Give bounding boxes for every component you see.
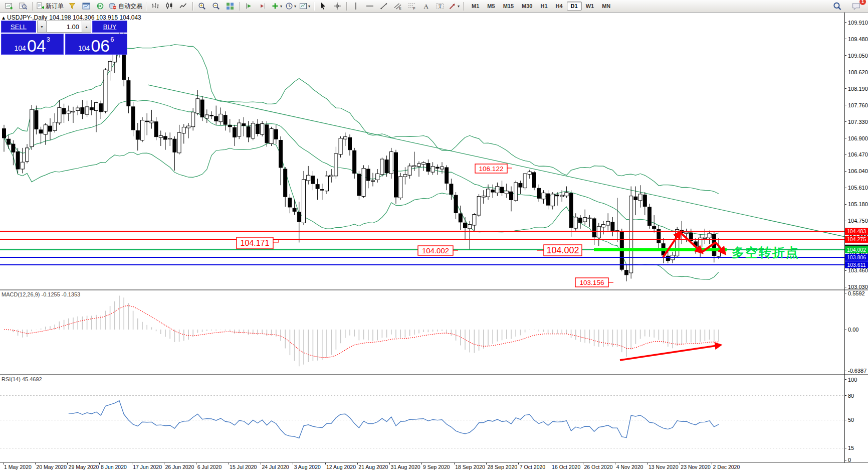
svg-text:24 Jul 2020: 24 Jul 2020 bbox=[262, 464, 289, 470]
symbol-ohlc: 104.198 104.306 103.915 104.043 bbox=[49, 14, 141, 21]
date-axis[interactable]: 1 May 202020 May 202029 May 20208 Jun 20… bbox=[3, 462, 740, 470]
svg-text:108.190: 108.190 bbox=[848, 86, 868, 92]
toolbar-separator bbox=[146, 2, 146, 11]
price-callout-103.156[interactable]: 103.156 bbox=[575, 278, 613, 287]
sell-button[interactable]: SELL bbox=[1, 21, 36, 33]
svg-text:103.460: 103.460 bbox=[848, 267, 868, 273]
oneclick-expand-arrow[interactable]: ▴ bbox=[2, 14, 5, 21]
crosshair-icon[interactable] bbox=[330, 1, 344, 12]
signals-icon[interactable] bbox=[93, 1, 107, 12]
funnel-icon[interactable] bbox=[65, 1, 79, 12]
chart-shift-icon[interactable] bbox=[256, 1, 270, 12]
chevron-down-icon: ▾ bbox=[294, 4, 296, 9]
svg-text:105.610: 105.610 bbox=[848, 185, 868, 191]
svg-text:103.030: 103.030 bbox=[848, 284, 868, 290]
chart-window[interactable]: 104.171106.122104.002104.002103.156多空转折点… bbox=[0, 13, 868, 471]
chevron-down-icon: ▾ bbox=[308, 4, 310, 9]
new-chart-icon[interactable] bbox=[2, 1, 16, 12]
chevron-down-icon: ▾ bbox=[458, 4, 460, 9]
text-icon[interactable]: A bbox=[419, 1, 433, 12]
toolbar-separator bbox=[314, 2, 314, 11]
svg-text:17 Jun 2020: 17 Jun 2020 bbox=[133, 464, 162, 470]
data-window-icon[interactable] bbox=[16, 1, 30, 12]
timeframe-w1[interactable]: W1 bbox=[582, 2, 598, 11]
periods-icon[interactable]: ▾ bbox=[284, 1, 298, 12]
annotation-turning-point[interactable]: 多空转折点 bbox=[732, 245, 799, 259]
svg-text:16 Oct 2020: 16 Oct 2020 bbox=[552, 464, 580, 470]
bar-chart-style-icon[interactable] bbox=[148, 1, 162, 12]
svg-text:26 Jun 2020: 26 Jun 2020 bbox=[165, 464, 194, 470]
buy-button[interactable]: BUY bbox=[92, 21, 127, 33]
buy-price-display[interactable]: 104 06 6 bbox=[65, 34, 128, 55]
svg-text:106.122: 106.122 bbox=[479, 165, 504, 173]
price-label-104.483: 104.483 bbox=[845, 228, 868, 235]
timeframe-m1[interactable]: M1 bbox=[468, 2, 483, 11]
svg-text:107.760: 107.760 bbox=[848, 102, 868, 108]
new-order-button[interactable]: 新订单 bbox=[35, 1, 65, 12]
text-label-icon[interactable]: T bbox=[433, 1, 447, 12]
autotrading-button[interactable]: 自动交易 bbox=[107, 1, 144, 12]
timeframe-m5[interactable]: M5 bbox=[483, 2, 499, 11]
svg-text:109.910: 109.910 bbox=[848, 20, 868, 26]
price-callout-104.171[interactable]: 104.171 bbox=[237, 237, 279, 249]
volume-input[interactable]: 1.00 bbox=[47, 21, 82, 33]
indicators-icon[interactable]: ▾ bbox=[270, 1, 284, 12]
timeframe-h4[interactable]: H4 bbox=[552, 2, 567, 11]
svg-text:26 Oct 2020: 26 Oct 2020 bbox=[584, 464, 612, 470]
svg-text:4 Nov 2020: 4 Nov 2020 bbox=[616, 464, 643, 470]
svg-text:T: T bbox=[439, 4, 442, 9]
svg-text:F: F bbox=[413, 7, 415, 10]
search-icon[interactable] bbox=[830, 1, 844, 12]
toolbar-separator bbox=[346, 2, 347, 11]
svg-text:A: A bbox=[424, 3, 429, 10]
toolbar-separator bbox=[463, 2, 464, 11]
arrows-icon[interactable]: ▾ bbox=[447, 1, 461, 12]
horizontal-line-icon[interactable] bbox=[363, 1, 377, 12]
equidistant-channel-icon[interactable]: E bbox=[391, 1, 405, 12]
timeframe-h1[interactable]: H1 bbox=[536, 2, 551, 11]
volume-decrease-button[interactable]: ▼ bbox=[37, 21, 47, 33]
chart-area[interactable]: 104.171106.122104.002104.002103.156多空转折点… bbox=[0, 13, 868, 471]
svg-text:23 Nov 2020: 23 Nov 2020 bbox=[681, 464, 711, 470]
candlestick-style-icon[interactable] bbox=[162, 1, 176, 12]
auto-scroll-icon[interactable] bbox=[242, 1, 256, 12]
chart-window-icon[interactable] bbox=[79, 1, 93, 12]
svg-text:104.002: 104.002 bbox=[422, 246, 449, 255]
svg-text:50: 50 bbox=[848, 417, 854, 423]
timeframe-m15[interactable]: M15 bbox=[499, 2, 518, 11]
svg-text:104.275: 104.275 bbox=[847, 236, 866, 242]
volume-increase-button[interactable]: ▲ bbox=[82, 21, 91, 33]
macd-label: MACD(12,26,9) -0.1255 -0.1353 bbox=[2, 291, 80, 297]
zoom-out-icon[interactable] bbox=[209, 1, 223, 12]
notifications-icon[interactable]: 1 bbox=[849, 1, 863, 12]
svg-text:-0.6387: -0.6387 bbox=[848, 368, 866, 374]
sell-price-display[interactable]: 104 04 3 bbox=[1, 34, 64, 55]
price-callout-104.002[interactable]: 104.002 bbox=[418, 246, 458, 255]
price-label-103.806: 103.806 bbox=[845, 254, 868, 261]
line-chart-style-icon[interactable] bbox=[176, 1, 190, 12]
vertical-line-icon[interactable] bbox=[349, 1, 363, 12]
zoom-in-icon[interactable] bbox=[195, 1, 209, 12]
sell-price-sup: 3 bbox=[47, 36, 50, 43]
svg-text:103.156: 103.156 bbox=[580, 279, 604, 286]
svg-text:2 Dec 2020: 2 Dec 2020 bbox=[713, 464, 740, 470]
cursor-icon[interactable] bbox=[316, 1, 330, 12]
trendline-icon[interactable] bbox=[377, 1, 391, 12]
chevron-down-icon: ▾ bbox=[280, 4, 282, 9]
templates-icon[interactable]: ▾ bbox=[298, 1, 312, 12]
svg-text:104.171: 104.171 bbox=[241, 239, 270, 247]
svg-text:107.330: 107.330 bbox=[848, 119, 868, 125]
symbol-info-line: ▴USDJPY-,Daily104.198 104.306 103.915 10… bbox=[2, 14, 143, 21]
tile-windows-icon[interactable] bbox=[223, 1, 237, 12]
autotrading-button-label: 自动交易 bbox=[118, 2, 142, 11]
price-callout-106.122[interactable]: 106.122 bbox=[475, 164, 512, 173]
timeframe-m30[interactable]: M30 bbox=[518, 2, 536, 11]
fibonacci-icon[interactable]: F bbox=[405, 1, 419, 12]
timeframe-d1[interactable]: D1 bbox=[567, 2, 582, 11]
price-callout-104.002[interactable]: 104.002 bbox=[537, 245, 582, 256]
svg-text:109.480: 109.480 bbox=[848, 36, 868, 42]
new-order-button-label: 新订单 bbox=[46, 2, 64, 11]
timeframe-mn[interactable]: MN bbox=[598, 2, 614, 11]
svg-text:12 Aug 2020: 12 Aug 2020 bbox=[326, 464, 356, 470]
svg-text:1 May 2020: 1 May 2020 bbox=[4, 464, 32, 470]
